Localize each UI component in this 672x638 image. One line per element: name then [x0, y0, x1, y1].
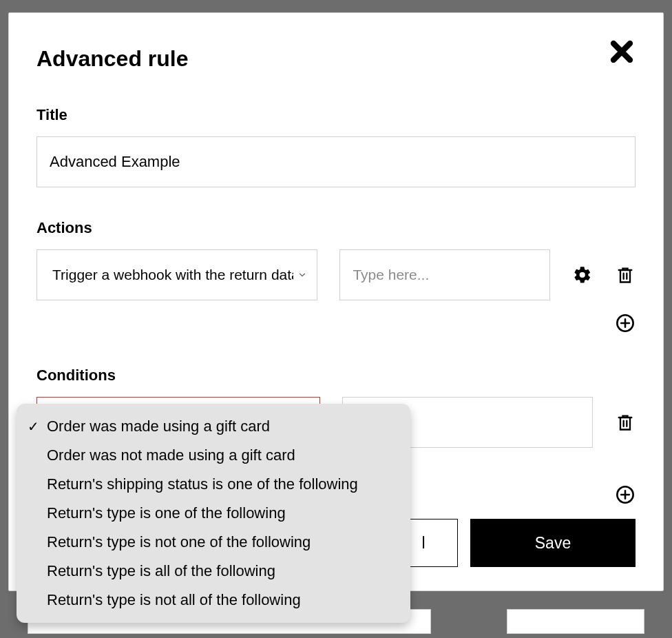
close-button[interactable] — [608, 38, 636, 65]
condition-delete-button[interactable] — [615, 412, 636, 433]
condition-option-label: Return's type is all of the following — [47, 562, 275, 580]
condition-option[interactable]: Return's shipping status is one of the f… — [17, 470, 410, 499]
plus-circle-icon — [616, 313, 635, 333]
condition-option-label: Return's type is one of the following — [47, 504, 286, 522]
action-value-input[interactable] — [339, 249, 550, 300]
modal-title: Advanced rule — [36, 46, 636, 72]
add-action-button[interactable] — [615, 313, 636, 333]
condition-option[interactable]: Return's type is not one of the followin… — [17, 528, 410, 557]
action-type-selected: Trigger a webhook with the return data — [52, 267, 293, 283]
condition-options-dropdown: ✓ Order was made using a gift card Order… — [17, 404, 410, 623]
condition-option-label: Order was made using a gift card — [47, 418, 270, 435]
actions-section-label: Actions — [36, 219, 636, 237]
condition-option[interactable]: Return's type is all of the following — [17, 557, 410, 586]
plus-circle-icon — [616, 485, 635, 504]
action-settings-button[interactable] — [572, 265, 593, 285]
trash-icon — [616, 265, 635, 285]
trash-icon — [616, 413, 635, 432]
condition-option[interactable]: Return's type is one of the following — [17, 499, 410, 528]
condition-option[interactable]: ✓ Order was made using a gift card — [17, 412, 410, 441]
condition-option-label: Return's shipping status is one of the f… — [47, 475, 358, 493]
action-type-select[interactable]: Trigger a webhook with the return data — [36, 249, 317, 300]
condition-option-label: Order was not made using a gift card — [47, 446, 295, 464]
rule-title-input[interactable] — [36, 136, 636, 187]
close-icon — [609, 39, 634, 64]
chevron-down-icon — [297, 267, 307, 283]
cancel-button-label: l — [421, 534, 425, 553]
condition-option-label: Return's type is not one of the followin… — [47, 533, 311, 551]
condition-option-label: Return's type is not all of the followin… — [47, 591, 301, 609]
condition-option[interactable]: Return's type is not all of the followin… — [17, 586, 410, 615]
save-button[interactable]: Save — [470, 519, 636, 567]
add-condition-button[interactable] — [615, 484, 636, 505]
gear-icon — [573, 265, 592, 285]
condition-option[interactable]: Order was not made using a gift card — [17, 441, 410, 470]
save-button-label: Save — [535, 534, 571, 553]
action-delete-button[interactable] — [615, 265, 636, 285]
check-icon: ✓ — [25, 418, 41, 435]
title-section-label: Title — [36, 106, 636, 124]
conditions-section-label: Conditions — [36, 367, 636, 384]
